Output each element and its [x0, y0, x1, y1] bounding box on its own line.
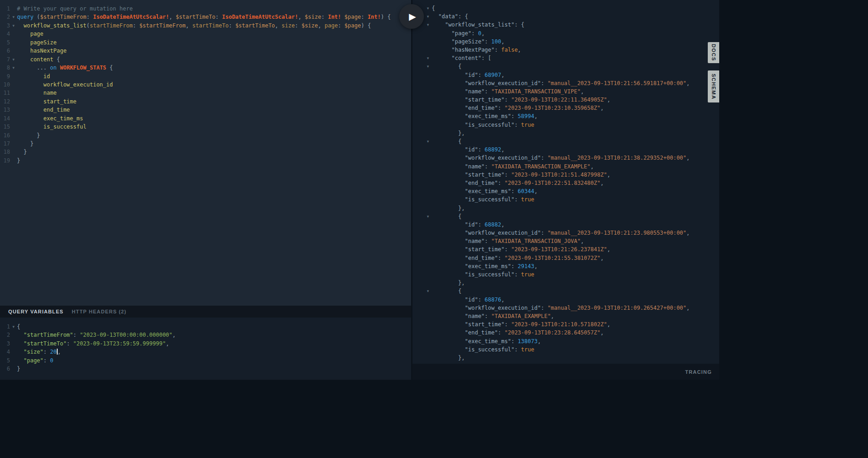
- line-text: "workflow_execution_id": "manual__2023-0…: [432, 154, 690, 162]
- line-number: 7: [0, 55, 10, 64]
- fold-spacer: [10, 97, 17, 106]
- line-number: 6: [0, 47, 10, 55]
- fold-spacer: [10, 5, 17, 13]
- line-text: "start_time": "2023-09-13T10:22:11.36490…: [432, 96, 610, 104]
- schema-tab[interactable]: SCHEMA: [708, 70, 719, 102]
- line-text: "exec_time_ms": 29143,: [432, 262, 537, 270]
- line-text: "hasNextPage": false,: [432, 46, 521, 54]
- code-line: "id": 68892,: [412, 145, 719, 154]
- line-text: "exec_time_ms": 60344,: [432, 187, 537, 195]
- fold-spacer: [10, 365, 17, 373]
- fold-spacer: [10, 148, 17, 156]
- fold-spacer: [412, 270, 432, 279]
- line-text: "exec_time_ms": 138073,: [432, 337, 541, 345]
- query-pane: 1# Write your query or mutation here2▾qu…: [0, 0, 411, 380]
- fold-spacer: [10, 131, 17, 140]
- line-text: "startTimeFrom": "2023-09-13T00:00:00.00…: [17, 331, 176, 339]
- execute-button[interactable]: ▶: [399, 4, 424, 29]
- fold-spacer: [10, 30, 17, 38]
- line-text: },: [432, 354, 465, 362]
- code-line: 4 "size": 20,: [0, 348, 411, 356]
- fold-spacer: [412, 329, 432, 337]
- code-line: "end_time": "2023-09-13T10:23:10.359658Z…: [412, 104, 719, 112]
- query-editor[interactable]: 1# Write your query or mutation here2▾qu…: [0, 0, 411, 306]
- code-line: "exec_time_ms": 138073,: [412, 337, 719, 345]
- line-number: 5: [0, 38, 10, 47]
- line-number: 10: [0, 81, 10, 89]
- fold-spacer: [412, 245, 432, 253]
- fold-arrow-icon[interactable]: ▾: [412, 137, 432, 145]
- line-number: 8: [0, 64, 10, 72]
- line-text: "page": 0,: [432, 29, 485, 38]
- code-line: 8▾ ... on WORKFLOW_STATS {: [0, 64, 411, 72]
- query-variables-editor[interactable]: 1▾{2 "startTimeFrom": "2023-09-13T00:00:…: [0, 318, 411, 380]
- line-text: workflow_stats_list(startTimeFrom: $star…: [17, 22, 371, 30]
- line-text: {: [432, 4, 435, 12]
- line-number: 15: [0, 123, 10, 131]
- tracing-bar[interactable]: TRACING: [412, 364, 719, 380]
- code-line: 6 hasNextPage: [0, 47, 411, 55]
- line-number: 4: [0, 348, 10, 356]
- fold-arrow-icon[interactable]: ▾: [10, 64, 17, 72]
- fold-arrow-icon[interactable]: ▾: [10, 55, 17, 64]
- fold-arrow-icon[interactable]: ▾: [412, 212, 432, 221]
- fold-spacer: [412, 87, 432, 96]
- line-text: workflow_execution_id: [17, 81, 113, 89]
- fold-spacer: [412, 237, 432, 245]
- fold-arrow-icon[interactable]: ▾: [412, 62, 432, 70]
- fold-spacer: [412, 71, 432, 79]
- fold-arrow-icon[interactable]: ▾: [412, 287, 432, 295]
- line-text: query ($startTimeFrom: IsoDateTimeAtUtcS…: [17, 13, 391, 21]
- line-text: "name": "TAXIDATA_TRANSACTION_JOVA",: [432, 237, 584, 245]
- fold-arrow-icon[interactable]: ▾: [10, 13, 17, 21]
- line-number: 19: [0, 156, 10, 165]
- docs-tab[interactable]: DOCS: [708, 42, 719, 63]
- line-text: {: [17, 323, 20, 331]
- line-number: 17: [0, 140, 10, 148]
- code-line: 5 pageSize: [0, 38, 411, 47]
- line-text: name: [17, 89, 57, 97]
- code-line: ▾ {: [412, 62, 719, 70]
- fold-spacer: [412, 145, 432, 154]
- fold-arrow-icon[interactable]: ▾: [10, 22, 17, 30]
- line-text: },: [432, 279, 465, 287]
- line-text: }: [17, 365, 20, 373]
- variables-tab-bar: QUERY VARIABLES HTTP HEADERS (2): [0, 306, 411, 318]
- line-number: 1: [0, 323, 10, 331]
- fold-spacer: [10, 47, 17, 55]
- code-line: "is_successful": true: [412, 270, 719, 279]
- fold-spacer: [412, 296, 432, 304]
- code-line: "is_successful": true: [412, 345, 719, 354]
- play-icon: ▶: [407, 12, 416, 21]
- fold-arrow-icon[interactable]: ▾: [10, 323, 17, 331]
- fold-spacer: [412, 345, 432, 354]
- fold-spacer: [10, 72, 17, 81]
- code-line: "id": 68907,: [412, 71, 719, 79]
- fold-spacer: [10, 156, 17, 165]
- tab-query-variables[interactable]: QUERY VARIABLES: [8, 309, 64, 314]
- line-text: "workflow_execution_id": "manual__2023-0…: [432, 304, 690, 312]
- line-number: 6: [0, 365, 10, 373]
- fold-spacer: [10, 38, 17, 47]
- playground-window: 1# Write your query or mutation here2▾qu…: [0, 0, 719, 380]
- line-text: }: [17, 140, 33, 148]
- code-line: "is_successful": true: [412, 195, 719, 204]
- line-text: }: [17, 148, 27, 156]
- fold-arrow-icon[interactable]: ▾: [412, 54, 432, 62]
- code-line: 6}: [0, 365, 411, 373]
- code-line: 16 }: [0, 131, 411, 140]
- line-number: 5: [0, 356, 10, 365]
- code-line: },: [412, 129, 719, 137]
- line-text: start_time: [17, 97, 76, 106]
- code-line: "name": "TAXIDATA_TRANSACTION_VIPE",: [412, 87, 719, 96]
- code-line: "id": 68882,: [412, 221, 719, 229]
- tab-http-headers[interactable]: HTTP HEADERS (2): [72, 309, 126, 314]
- line-text: "id": 68892,: [432, 145, 505, 154]
- graphql-playground: 1# Write your query or mutation here2▾qu…: [0, 0, 868, 458]
- response-viewer[interactable]: ▾{▾ "data": {▾ "workflow_stats_list": { …: [412, 0, 719, 364]
- code-line: 18 }: [0, 148, 411, 156]
- code-line: "page": 0,: [412, 29, 719, 38]
- fold-spacer: [412, 154, 432, 162]
- code-line: "start_time": "2023-09-13T10:21:10.57180…: [412, 320, 719, 329]
- line-number: 12: [0, 97, 10, 106]
